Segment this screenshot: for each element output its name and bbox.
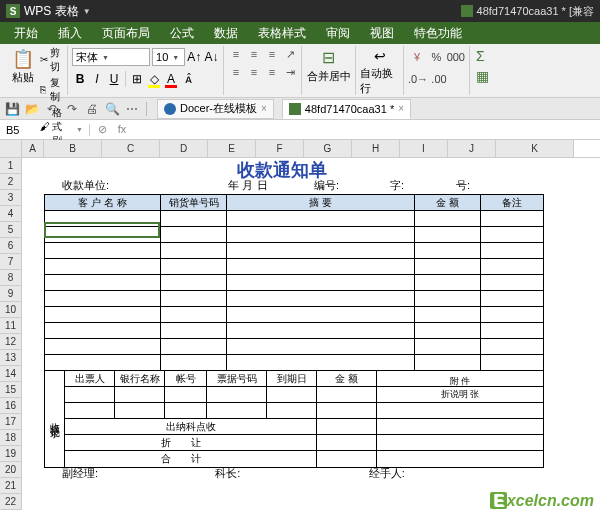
align-left-button[interactable]: ≡ (228, 64, 244, 80)
orientation-button[interactable]: ↗ (282, 46, 298, 62)
sheet-content: 收款通知单 收款单位: 年 月 日 编号: 字: 号: 客 户 名 称 销货单号… (22, 140, 600, 514)
increase-font-button[interactable]: A↑ (187, 48, 202, 66)
menu-tab-data[interactable]: 数据 (204, 21, 248, 46)
qat-print-button[interactable]: 🖨 (84, 101, 100, 117)
fill-button[interactable]: ▦ (474, 66, 496, 86)
row-header[interactable]: 15 (0, 382, 22, 398)
row-header[interactable]: 4 (0, 206, 22, 222)
doc-tab-file[interactable]: 48fd71470caa31 * × (282, 99, 411, 119)
font-color-button[interactable]: A (163, 70, 179, 88)
row-header[interactable]: 20 (0, 462, 22, 478)
table-row[interactable] (45, 259, 543, 275)
menu-tab-tablestyle[interactable]: 表格样式 (248, 21, 316, 46)
form-table: 客 户 名 称 销货单号码 摘 要 金 额 备注 收款记录 (44, 194, 544, 468)
table-row[interactable] (45, 307, 543, 323)
row-header[interactable]: 7 (0, 254, 22, 270)
align-center-button[interactable]: ≡ (246, 64, 262, 80)
select-all-corner[interactable] (0, 140, 22, 157)
currency-button[interactable]: ¥ (408, 48, 426, 66)
fill-color-button[interactable]: ◇ (146, 70, 162, 88)
qat-more-button[interactable]: ⋯ (124, 101, 140, 117)
indent-button[interactable]: ⇥ (282, 64, 298, 80)
row-header[interactable]: 17 (0, 414, 22, 430)
row-header[interactable]: 13 (0, 350, 22, 366)
fx-button[interactable]: fx (114, 123, 130, 136)
spreadsheet-grid[interactable]: A B C D E F G H I J K 1 2 3 4 5 6 7 8 9 … (0, 140, 600, 514)
row-header[interactable]: 5 (0, 222, 22, 238)
autosum-button[interactable]: Σ (474, 46, 496, 66)
app-menu-dropdown-icon[interactable]: ▼ (83, 7, 91, 16)
table-row[interactable] (45, 211, 543, 227)
wrap-icon: ↩ (374, 48, 386, 64)
row-header[interactable]: 6 (0, 238, 22, 254)
menu-tab-review[interactable]: 审阅 (316, 21, 360, 46)
qat-redo-button[interactable]: ↷ (64, 101, 80, 117)
table-row[interactable]: 折说明 张 (65, 387, 543, 403)
menu-tab-formula[interactable]: 公式 (160, 21, 204, 46)
close-icon[interactable]: × (261, 103, 267, 114)
row-header[interactable]: 22 (0, 494, 22, 510)
name-box[interactable]: B5 ▼ (0, 124, 90, 136)
decrease-decimal-button[interactable]: .00 (429, 70, 449, 88)
align-middle-button[interactable]: ≡ (246, 46, 262, 62)
close-icon[interactable]: × (398, 103, 404, 114)
row-header[interactable]: 10 (0, 302, 22, 318)
fx-cancel-button[interactable]: ⊘ (94, 123, 110, 136)
row-header[interactable]: 14 (0, 366, 22, 382)
menu-tab-view[interactable]: 视图 (360, 21, 404, 46)
row-header[interactable]: 1 (0, 158, 22, 174)
bold-button[interactable]: B (72, 70, 88, 88)
merge-center-button[interactable]: ⊟ 合并居中 (307, 48, 351, 84)
table-row[interactable] (45, 339, 543, 355)
row-header[interactable]: 3 (0, 190, 22, 206)
table-row[interactable] (45, 227, 543, 243)
ribbon-group-font: 宋体▼ 10▼ A↑ A↓ B I U ⊞ ◇ A ᴀ̂ (68, 46, 224, 95)
row-header[interactable]: 19 (0, 446, 22, 462)
align-bottom-button[interactable]: ≡ (264, 46, 280, 62)
table-row[interactable] (45, 291, 543, 307)
qat-open-button[interactable]: 📂 (24, 101, 40, 117)
menu-tab-insert[interactable]: 插入 (48, 21, 92, 46)
row-header[interactable]: 11 (0, 318, 22, 334)
border-button[interactable]: ⊞ (129, 70, 145, 88)
menu-tab-start[interactable]: 开始 (4, 21, 48, 46)
italic-button[interactable]: I (89, 70, 105, 88)
increase-decimal-button[interactable]: .0→ (408, 70, 428, 88)
menu-tab-pagelayout[interactable]: 页面布局 (92, 21, 160, 46)
qat-preview-button[interactable]: 🔍 (104, 101, 120, 117)
row-header[interactable]: 18 (0, 430, 22, 446)
table-row[interactable] (45, 275, 543, 291)
sub-fold-label: 折让 (65, 435, 317, 450)
cut-label: 剪切 (50, 46, 64, 74)
phonetic-button[interactable]: ᴀ̂ (180, 70, 196, 88)
row-header[interactable]: 2 (0, 174, 22, 190)
cut-button[interactable]: ✂剪切 (40, 46, 64, 74)
row-header[interactable]: 16 (0, 398, 22, 414)
comma-button[interactable]: 000 (447, 48, 465, 66)
menu-tab-special[interactable]: 特色功能 (404, 21, 472, 46)
file-icon (289, 103, 301, 115)
row-header[interactable]: 21 (0, 478, 22, 494)
sub-fold-row: 折让 (65, 435, 543, 451)
ribbon-group-clipboard: 📋 粘贴 ✂剪切 ⎘复制 🖌格式刷 (4, 46, 68, 95)
sub-total-row: 合计 (65, 451, 543, 467)
doc-tab-docer[interactable]: Docer-在线模板 × (157, 99, 274, 119)
table-row[interactable] (45, 243, 543, 259)
qat-save-button[interactable]: 💾 (4, 101, 20, 117)
font-size-combo[interactable]: 10▼ (152, 48, 185, 66)
percent-button[interactable]: % (427, 48, 445, 66)
sub-hdr-drawer: 出票人 (65, 371, 115, 386)
table-row[interactable] (45, 323, 543, 339)
row-header[interactable]: 9 (0, 286, 22, 302)
table-row[interactable] (45, 355, 543, 371)
wrap-text-button[interactable]: ↩ 自动换行 (360, 48, 399, 96)
underline-button[interactable]: U (106, 70, 122, 88)
decrease-font-button[interactable]: A↓ (204, 48, 219, 66)
align-right-button[interactable]: ≡ (264, 64, 280, 80)
font-name-combo[interactable]: 宋体▼ (72, 48, 150, 66)
table-row[interactable] (65, 403, 543, 419)
qat-undo-button[interactable]: ↶ (44, 101, 60, 117)
row-header[interactable]: 8 (0, 270, 22, 286)
row-header[interactable]: 12 (0, 334, 22, 350)
align-top-button[interactable]: ≡ (228, 46, 244, 62)
